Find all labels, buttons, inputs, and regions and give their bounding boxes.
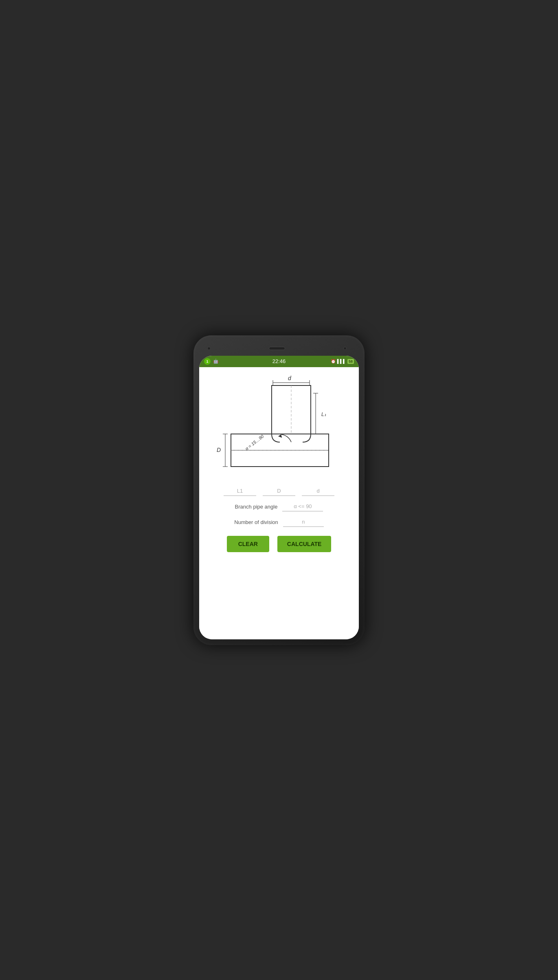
- clear-button[interactable]: CLEAR: [227, 536, 269, 552]
- calculate-button[interactable]: CALCULATE: [277, 536, 332, 552]
- speaker: [269, 347, 285, 350]
- android-icon: 🤖: [213, 359, 219, 364]
- division-input[interactable]: [283, 518, 324, 527]
- svg-text:L₁: L₁: [321, 412, 326, 417]
- D-input[interactable]: [263, 487, 295, 496]
- d-input[interactable]: [302, 487, 334, 496]
- app-content: d L₁: [199, 367, 359, 639]
- D-input-group: [263, 487, 295, 496]
- status-time: 22:46: [272, 358, 286, 364]
- l1-input[interactable]: [224, 487, 256, 496]
- angle-label: Branch pipe angle: [235, 504, 278, 510]
- phone-frame: 1 🤖 22:46 ⏰ ▌▌▌ 58 d: [193, 335, 365, 645]
- svg-text:D: D: [217, 447, 221, 453]
- form-section: Branch pipe angle Number of division CLE…: [206, 487, 352, 552]
- front-camera: [207, 347, 211, 350]
- notification-badge: 1: [204, 358, 211, 365]
- diagram-container: d L₁: [206, 371, 352, 481]
- svg-text:d: d: [288, 375, 292, 381]
- angle-row: Branch pipe angle: [206, 502, 352, 511]
- phone-screen: 1 🤖 22:46 ⏰ ▌▌▌ 58 d: [199, 356, 359, 639]
- status-left: 1 🤖: [204, 358, 219, 365]
- sensor: [343, 347, 347, 350]
- d-input-group: [302, 487, 334, 496]
- buttons-row: CLEAR CALCULATE: [227, 536, 332, 552]
- signal-icon: ▌▌▌: [337, 359, 346, 363]
- alarm-icon: ⏰: [331, 359, 336, 363]
- angle-input[interactable]: [282, 502, 323, 511]
- division-row: Number of division: [206, 518, 352, 527]
- phone-notch: [199, 341, 359, 356]
- l1-input-group: [224, 487, 256, 496]
- dimensions-row: [206, 487, 352, 496]
- battery-badge: 58: [347, 359, 354, 364]
- division-label: Number of division: [234, 519, 278, 525]
- pipe-diagram: d L₁: [210, 371, 348, 481]
- status-right: ⏰ ▌▌▌ 58: [331, 359, 354, 364]
- status-bar: 1 🤖 22:46 ⏰ ▌▌▌ 58: [199, 356, 359, 367]
